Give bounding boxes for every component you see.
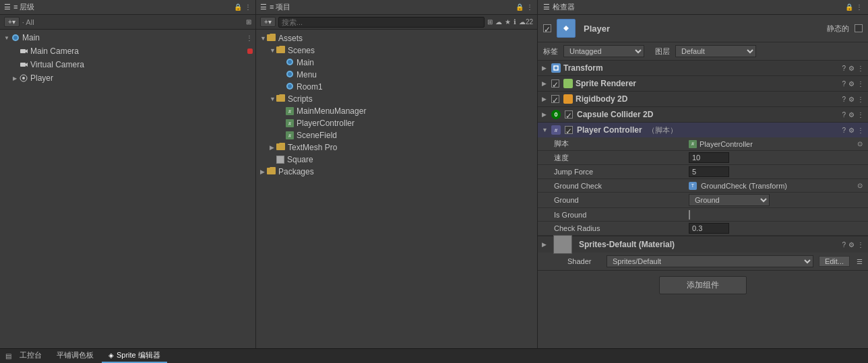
component-header-transform[interactable]: ▶ Transform ? ⚙ ⋮ bbox=[538, 61, 868, 75]
project-icon2[interactable]: ☁ bbox=[495, 18, 502, 26]
player-controller-menu-icon[interactable]: ⋮ bbox=[857, 127, 864, 134]
script-ref-btn[interactable]: ⊙ bbox=[857, 140, 863, 147]
component-player-controller: ▼ # ✓ Player Controller （脚本） ? ⚙ ⋮ 脚本 # bbox=[538, 123, 868, 236]
tab-console[interactable]: 工控台 bbox=[13, 349, 49, 363]
project-row-packages[interactable]: ▶ Packages bbox=[256, 166, 537, 178]
project-row-scene-menu[interactable]: Menu bbox=[256, 69, 537, 81]
component-header-player-controller[interactable]: ▼ # ✓ Player Controller （脚本） ? ⚙ ⋮ bbox=[538, 123, 868, 137]
project-row-scenefield[interactable]: # SceneField bbox=[256, 129, 537, 141]
transform-menu-icon[interactable]: ⋮ bbox=[857, 65, 864, 72]
project-title: ≡ 项目 bbox=[270, 2, 290, 12]
rigidbody-menu-icon[interactable]: ⋮ bbox=[857, 96, 864, 103]
hierarchy-options-icon[interactable]: ⋮ bbox=[246, 34, 253, 42]
hierarchy-add-button[interactable]: +▾ bbox=[4, 17, 20, 27]
project-label-playercontroller: PlayerController bbox=[297, 119, 354, 128]
tree-row-player[interactable]: ▶ Player bbox=[0, 72, 255, 84]
prop-value-ground-check: T GroundCheck (Transform) ⊙ bbox=[689, 182, 863, 190]
project-icon3[interactable]: ★ bbox=[505, 18, 511, 26]
rigidbody-settings-icon[interactable]: ⚙ bbox=[848, 96, 855, 103]
collider-settings-icon[interactable]: ⚙ bbox=[848, 111, 855, 119]
project-row-scripts[interactable]: ▼ Scripts bbox=[256, 93, 537, 105]
project-dots-icon[interactable]: ⋮ bbox=[526, 3, 533, 11]
sprite-enabled-checkbox[interactable]: ✓ bbox=[551, 79, 559, 88]
tree-row-main-scene[interactable]: ▼ Main ⋮ bbox=[0, 32, 255, 44]
tab-animator[interactable]: 平铺调色板 bbox=[50, 349, 100, 363]
inspector-lock-icon[interactable]: 🔒 bbox=[845, 3, 853, 11]
sprite-menu-icon[interactable]: ⋮ bbox=[857, 80, 864, 88]
expand-icon-main[interactable]: ▼ bbox=[3, 34, 11, 42]
tag-select[interactable]: Untagged bbox=[563, 45, 644, 57]
material-help-icon[interactable]: ? bbox=[842, 241, 846, 249]
project-lock-icon[interactable]: 🔒 bbox=[516, 3, 524, 11]
project-row-playercontroller[interactable]: # PlayerController bbox=[256, 117, 537, 129]
material-menu-icon[interactable]: ⋮ bbox=[857, 241, 864, 249]
rigidbody-enabled-checkbox[interactable]: ✓ bbox=[551, 95, 559, 103]
material-preview bbox=[553, 235, 572, 254]
sprite-actions: ? ⚙ ⋮ bbox=[842, 80, 864, 88]
tree-label-main: Main bbox=[22, 33, 40, 42]
expand-icon-player[interactable]: ▶ bbox=[11, 74, 19, 82]
shader-dropdown[interactable]: Sprites/Default bbox=[607, 255, 813, 267]
inspector-dots-icon[interactable]: ⋮ bbox=[856, 3, 863, 11]
component-sprite-renderer: ▶ ✓ Sprite Renderer ? ⚙ ⋮ bbox=[538, 76, 868, 92]
hierarchy-lock-icon[interactable]: 🔒 bbox=[234, 3, 242, 11]
collider-enabled-checkbox[interactable]: ✓ bbox=[565, 110, 573, 119]
svg-rect-18 bbox=[565, 81, 571, 86]
tree-row-main-camera[interactable]: ▶ Main Camera bbox=[0, 45, 255, 57]
material-header[interactable]: ▶ Sprites-Default (Material) ? ⚙ ⋮ bbox=[538, 236, 868, 253]
add-component-button[interactable]: 添加组件 bbox=[659, 276, 747, 294]
property-speed: 速度 10 bbox=[538, 151, 868, 165]
check-radius-value[interactable]: 0.3 bbox=[689, 223, 729, 234]
project-row-assets[interactable]: ▼ Assets bbox=[256, 32, 537, 44]
sprite-icon bbox=[563, 79, 573, 88]
transform-actions: ? ⚙ ⋮ bbox=[842, 65, 864, 72]
layer-select[interactable]: Default bbox=[675, 45, 756, 57]
shader-menu-icon[interactable]: ☰ bbox=[857, 258, 863, 265]
sprite-settings-icon[interactable]: ⚙ bbox=[848, 80, 855, 88]
static-checkbox[interactable] bbox=[855, 24, 863, 32]
is-ground-checkbox[interactable] bbox=[689, 210, 690, 220]
project-row-textmesh[interactable]: ▶ TextMesh Pro bbox=[256, 141, 537, 154]
shader-row: Shader Sprites/Default Edit... ☰ bbox=[538, 253, 868, 270]
sprite-help-icon[interactable]: ? bbox=[842, 80, 846, 88]
project-row-scene-room1[interactable]: Room1 bbox=[256, 81, 537, 93]
collider-actions: ? ⚙ ⋮ bbox=[842, 111, 864, 119]
project-icon4[interactable]: ℹ bbox=[514, 18, 516, 26]
project-menu-icon[interactable]: ☰ bbox=[260, 3, 267, 11]
tree-row-virtual-camera[interactable]: ▶ Virtual Camera bbox=[0, 59, 255, 71]
transform-help-icon[interactable]: ? bbox=[842, 65, 846, 72]
collider-help-icon[interactable]: ? bbox=[842, 111, 846, 119]
project-row-scenes[interactable]: ▼ Scenes bbox=[256, 44, 537, 57]
object-active-checkbox[interactable]: ✓ bbox=[543, 24, 551, 32]
transform-icon bbox=[551, 63, 561, 73]
component-header-sprite[interactable]: ▶ ✓ Sprite Renderer ? ⚙ ⋮ bbox=[538, 76, 868, 91]
component-header-rigidbody[interactable]: ▶ ✓ Rigidbody 2D ? ⚙ ⋮ bbox=[538, 92, 868, 106]
scene-room1-icon bbox=[286, 82, 294, 92]
project-icon1[interactable]: ⊞ bbox=[487, 18, 493, 26]
inspector-menu-icon[interactable]: ☰ bbox=[543, 3, 550, 11]
player-controller-settings-icon[interactable]: ⚙ bbox=[848, 127, 855, 134]
hierarchy-menu-icon[interactable]: ☰ bbox=[4, 3, 11, 11]
jump-force-value[interactable]: 5 bbox=[689, 166, 729, 177]
material-settings-icon[interactable]: ⚙ bbox=[848, 241, 855, 249]
ground-check-ref-btn[interactable]: ⊙ bbox=[857, 182, 863, 189]
project-row-scene-main[interactable]: Main bbox=[256, 57, 537, 69]
project-add-button[interactable]: +▾ bbox=[260, 17, 276, 27]
tab-sprite-editor[interactable]: ◈ Sprite 编辑器 bbox=[102, 349, 167, 363]
project-row-mainmenu[interactable]: # MainMenuManager bbox=[256, 105, 537, 117]
packages-expand-icon: ▶ bbox=[260, 168, 267, 175]
player-controller-enabled-checkbox[interactable]: ✓ bbox=[565, 126, 573, 134]
collider-menu-icon[interactable]: ⋮ bbox=[857, 111, 864, 119]
component-header-collider[interactable]: ▶ 0 ✓ Capsule Collider 2D ? ⚙ ⋮ bbox=[538, 107, 868, 122]
ground-dropdown[interactable]: Ground bbox=[689, 194, 770, 206]
rigidbody-help-icon[interactable]: ? bbox=[842, 96, 846, 103]
player-controller-help-icon[interactable]: ? bbox=[842, 127, 846, 134]
expand-icon-virtual: ▶ bbox=[11, 61, 19, 69]
speed-value[interactable]: 10 bbox=[689, 152, 729, 163]
project-search-input[interactable] bbox=[278, 17, 485, 28]
hierarchy-dots-icon[interactable]: ⋮ bbox=[245, 3, 251, 11]
shader-edit-button[interactable]: Edit... bbox=[819, 256, 850, 267]
project-row-square[interactable]: Square bbox=[256, 154, 537, 166]
hierarchy-zoom-icon[interactable]: ⊞ bbox=[246, 18, 251, 26]
transform-settings-icon[interactable]: ⚙ bbox=[848, 65, 855, 72]
